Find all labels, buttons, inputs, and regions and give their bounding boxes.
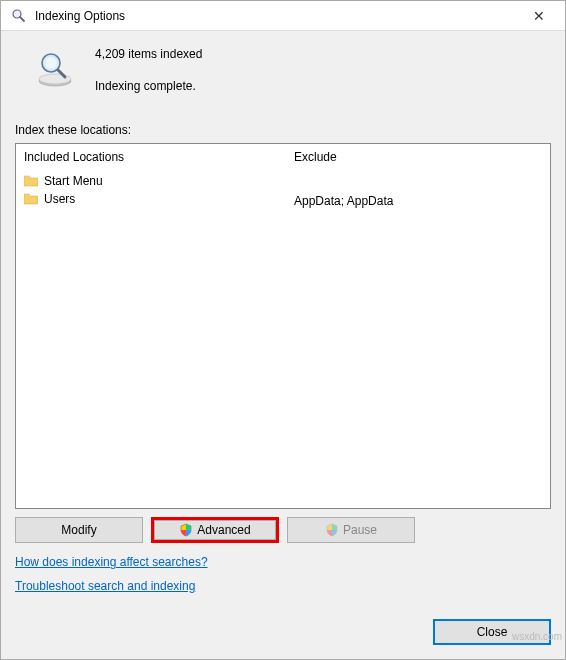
- advanced-button[interactable]: Advanced: [154, 520, 276, 540]
- item-name: Users: [44, 192, 75, 206]
- status-icon-wrap: [15, 45, 95, 93]
- item-name: Start Menu: [44, 174, 103, 188]
- indexing-status-label: Indexing complete.: [95, 79, 202, 93]
- list-item-exclude: AppData; AppData: [294, 194, 542, 208]
- svg-point-3: [39, 74, 71, 84]
- content-area: 4,209 items indexed Indexing complete. I…: [1, 31, 565, 659]
- close-icon: ✕: [533, 8, 545, 24]
- link-troubleshoot[interactable]: Troubleshoot search and indexing: [15, 579, 195, 593]
- magnifier-icon: [11, 8, 27, 24]
- svg-point-5: [45, 57, 57, 69]
- status-row: 4,209 items indexed Indexing complete.: [15, 45, 551, 93]
- link-how-affect[interactable]: How does indexing affect searches?: [15, 555, 208, 569]
- folder-icon: [24, 193, 38, 205]
- locations-header: Index these locations:: [15, 123, 551, 137]
- button-label: Close: [477, 625, 508, 639]
- watermark: wsxdn.com: [512, 631, 562, 642]
- indexing-magnifier-icon: [35, 49, 75, 89]
- list-item[interactable]: Users: [24, 192, 278, 206]
- window-title: Indexing Options: [35, 9, 519, 23]
- shield-icon: [179, 523, 193, 537]
- svg-line-1: [20, 17, 24, 21]
- button-label: Pause: [343, 523, 377, 537]
- indexing-options-dialog: Indexing Options ✕ 4,209 items indexe: [0, 0, 566, 660]
- included-header: Included Locations: [24, 150, 278, 164]
- exclude-value: AppData; AppData: [294, 194, 393, 208]
- included-column: Included Locations Start Menu: [16, 144, 286, 508]
- button-row: Modify Advanced: [15, 517, 551, 543]
- window-close-button[interactable]: ✕: [519, 2, 559, 30]
- pause-button: Pause: [287, 517, 415, 543]
- items-indexed-label: 4,209 items indexed: [95, 47, 202, 61]
- list-item-exclude: [294, 174, 542, 190]
- list-item[interactable]: Start Menu: [24, 174, 278, 188]
- exclude-column: Exclude AppData; AppData: [286, 144, 550, 508]
- help-links: How does indexing affect searches? Troub…: [15, 555, 551, 603]
- button-label: Modify: [61, 523, 96, 537]
- exclude-header: Exclude: [294, 150, 542, 164]
- shield-icon: [325, 523, 339, 537]
- modify-button[interactable]: Modify: [15, 517, 143, 543]
- folder-icon: [24, 175, 38, 187]
- footer-row: Close: [15, 619, 551, 649]
- button-label: Advanced: [197, 523, 250, 537]
- locations-listbox[interactable]: Included Locations Start Menu: [15, 143, 551, 509]
- status-text: 4,209 items indexed Indexing complete.: [95, 45, 202, 93]
- advanced-highlight: Advanced: [151, 517, 279, 543]
- titlebar: Indexing Options ✕: [1, 1, 565, 31]
